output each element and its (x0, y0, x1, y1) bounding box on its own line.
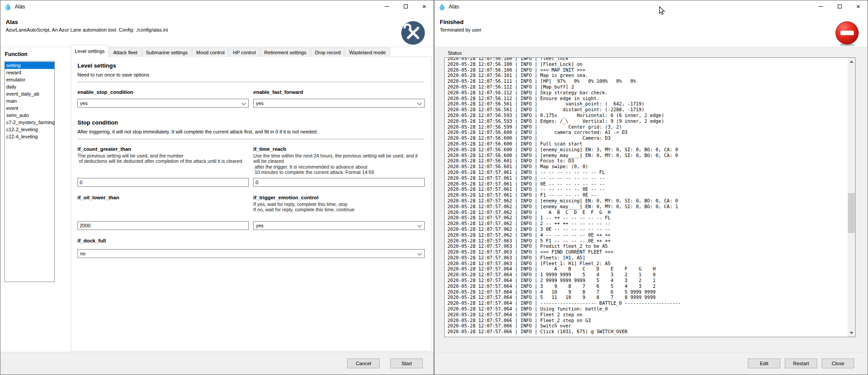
tab-hp-control[interactable]: HP control (229, 48, 260, 57)
function-list-item-setting[interactable]: setting (5, 62, 54, 69)
log-line: 2020-05-28 12:07:56.600 | INFO | [enemy_… (447, 147, 855, 153)
start-button[interactable]: Start (390, 359, 423, 368)
log-line: 2020-05-28 12:07:57.062 | INFO | 2 -- ++… (447, 221, 855, 226)
function-list-item-main[interactable]: main (5, 97, 54, 105)
tab-wasteland-mode[interactable]: Wasteland mode (345, 48, 389, 57)
divider (77, 82, 425, 82)
log-scrollbar[interactable] (848, 58, 855, 337)
minimize-button[interactable] (377, 0, 396, 12)
scrollbar-thumb[interactable] (848, 193, 855, 233)
status-label: Status (448, 50, 462, 56)
log-line: 2020-05-28 12:07:57.064 | INFO | 3 9 8 7… (447, 283, 855, 289)
function-list-item-semi_auto[interactable]: semi_auto (5, 112, 54, 119)
field-help: Use the time within the next 24 hours, t… (253, 153, 425, 176)
log-line: 2020-05-28 12:07:56.112 | INFO | Skip st… (447, 90, 855, 96)
log-line: 2020-05-28 12:07:56.593 | INFO | 0.175s … (447, 113, 855, 118)
close-action-button[interactable]: Close (822, 359, 854, 368)
tab-level-settings[interactable]: Level settings (71, 45, 109, 57)
function-list-item-daily[interactable]: daily (5, 83, 54, 90)
titlebar: Alas ✕ (434, 0, 868, 12)
log-line: 2020-05-28 12:07:57.064 | INFO | Fleet 2… (447, 312, 855, 318)
function-list-item-emulator[interactable]: emulator (5, 76, 54, 83)
page-title: Alas (6, 19, 434, 25)
settings-wrench-icon (401, 20, 426, 46)
maximize-button[interactable] (396, 0, 415, 12)
divider (77, 139, 425, 139)
enable-stop-condition-select[interactable]: yes (77, 99, 249, 108)
log-line: 2020-05-28 12:07:56.599 | INFO | Center … (447, 124, 855, 130)
field-label-if-oil-lower-than: if_oil_lower_than (77, 195, 249, 200)
restart-button[interactable]: Restart (785, 359, 817, 368)
function-list-item-c12-2_leveling[interactable]: c12-2_leveling (5, 126, 54, 133)
chevron-down-icon (418, 223, 422, 228)
log-line: 2020-05-28 12:07:56.101 | INFO | Map is … (447, 73, 855, 78)
chevron-down-icon (418, 251, 422, 256)
field-label-if-dock-full: if_dock_full (77, 238, 425, 243)
field-label-enable-stop-condition: enable_stop_condition (77, 89, 249, 95)
section-desc: Need to run once to save options (77, 72, 425, 77)
cancel-button[interactable]: Cancel (347, 359, 380, 368)
function-list-title: Function (5, 51, 28, 57)
if-oil-lower-than-input[interactable] (77, 221, 249, 230)
run-status-subtitle: Terminated by user (440, 27, 868, 32)
desktop: Alas ✕ Alas AzurLaneAutoScript, An Azur … (0, 0, 868, 375)
log-line: 2020-05-28 12:07:57.061 | INFO | -- -- -… (447, 175, 855, 181)
edit-button[interactable]: Edit (748, 359, 780, 368)
if-count-greater-than-input[interactable] (77, 178, 249, 187)
combo-value: yes (256, 223, 264, 228)
log-line: 2020-05-28 12:07:57.064 | INFO | A B C D… (447, 266, 855, 272)
function-list-item-reward[interactable]: reward (5, 69, 54, 76)
log-line: 2020-05-28 12:07:56.112 | INFO | Ensure … (447, 96, 855, 101)
scroll-up-icon[interactable] (848, 58, 855, 65)
function-list-item-c7-2_mystery_farming[interactable]: c7-2_mystery_farming (5, 119, 54, 126)
section-desc: After triggering, it will not stop immed… (77, 129, 425, 134)
function-list-item-c12-4_leveling[interactable]: c12-4_leveling (5, 133, 54, 140)
function-list[interactable]: settingrewardemulatordailyevent_daily_ab… (4, 61, 55, 282)
close-button[interactable]: ✕ (415, 0, 434, 12)
log-line: 2020-05-28 12:07:57.063 | INFO | [Fleet_… (447, 261, 855, 266)
field-label-if-time-reach: if_time_reach (253, 146, 425, 152)
close-icon: ✕ (856, 4, 860, 9)
log-output[interactable]: 2020-05-28 12:07:56.100 | INFO | fleet_l… (444, 57, 856, 337)
minimize-icon (385, 6, 389, 7)
close-button[interactable]: ✕ (849, 0, 868, 12)
maximize-button[interactable] (830, 0, 849, 12)
function-list-item-event_daily_ab[interactable]: event_daily_ab (5, 90, 54, 97)
tab-drop-record[interactable]: Drop record (311, 48, 345, 57)
field-help-spacer (77, 202, 249, 219)
log-line: 2020-05-28 12:07:56.112 | INFO | [Map_bu… (447, 84, 855, 90)
field-label-if-trigger-emotion-control: if_trigger_emotion_control (253, 195, 425, 200)
field-help: The previous setting will be used, and t… (77, 153, 249, 176)
enable-fast-forward-select[interactable]: yes (253, 99, 425, 108)
log-line: 2020-05-28 12:07:57.062 | INFO | 1 -- ++… (447, 215, 855, 221)
log-line: 2020-05-28 12:07:57.064 | INFO | -------… (447, 300, 855, 306)
log-line: 2020-05-28 12:07:57.061 | INFO | 0E -- -… (447, 181, 855, 187)
combo-value: yes (256, 101, 264, 106)
combo-value: no (80, 251, 85, 256)
tab-submarine-settings[interactable]: Submarine settings (142, 48, 192, 57)
log-line: 2020-05-28 12:07:57.063 | INFO | <<< FIN… (447, 249, 855, 255)
section-heading: Stop condition (77, 119, 425, 126)
tab-mood-control[interactable]: Mood control (192, 48, 229, 57)
function-list-item-event[interactable]: event (5, 105, 54, 112)
settings-body: Function settingrewardemulatordailyevent… (0, 47, 434, 352)
log-line: 2020-05-28 12:07:57.066 | INFO | Fleet_2… (447, 318, 855, 323)
log-line: 2020-05-28 12:07:57.066 | INFO | Switch … (447, 323, 855, 329)
log-line: 2020-05-28 12:07:57.063 | INFO | Predict… (447, 243, 855, 249)
field-label-enable-fast-forward: enable_fast_forward (253, 89, 425, 95)
if-time-reach-input[interactable] (253, 178, 425, 187)
log-line: 2020-05-28 12:07:56.601 | INFO | Focus t… (447, 158, 855, 164)
tab-attack-fleet[interactable]: Attack fleet (109, 48, 141, 57)
log-line: 2020-05-28 12:07:56.600 | INFO | Camera:… (447, 135, 855, 141)
tab-retirement-settings[interactable]: Retirement settings (260, 48, 311, 57)
run-status-title: Finished (440, 19, 868, 25)
chevron-down-icon (242, 101, 246, 105)
stopped-status-icon (835, 20, 860, 46)
if-dock-full-select[interactable]: no (77, 249, 425, 258)
minimize-button[interactable] (811, 0, 830, 12)
if-trigger-emotion-control-select[interactable]: yes (253, 221, 425, 230)
log-line: 2020-05-28 12:07:57.064 | INFO | 4 10 9 … (447, 289, 855, 295)
scroll-down-icon[interactable] (848, 329, 855, 337)
log-line: 2020-05-28 12:07:57.061 | INFO | F1 -- -… (447, 192, 855, 198)
app-header: Alas AzurLaneAutoScript, An Azur Lane au… (0, 12, 434, 47)
